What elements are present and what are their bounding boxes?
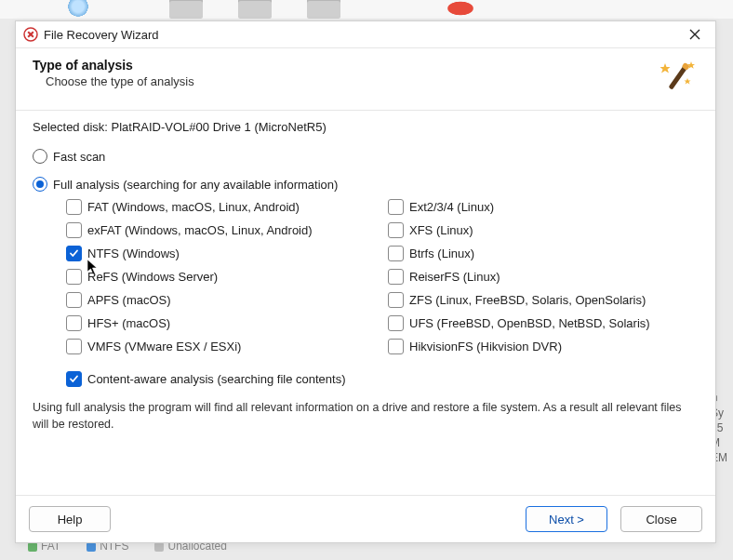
fs-checkbox-ntfs[interactable]: NTFS (Windows)	[66, 246, 358, 261]
checkbox-icon	[388, 199, 404, 215]
fs-checkbox-exfat[interactable]: exFAT (Windows, macOS, Linux, Android)	[66, 222, 358, 238]
fs-checkbox-refs[interactable]: ReFS (Windows Server)	[66, 269, 358, 285]
dialog-footer: Help Next > Close	[16, 496, 715, 542]
fs-checkbox-zfs[interactable]: ZFS (Linux, FreeBSD, Solaris, OpenSolari…	[388, 292, 680, 308]
checkbox-icon	[66, 339, 82, 354]
selected-disk-label: Selected disk: PlatRAID-VOL#00 Drive 1 (…	[33, 120, 699, 134]
fs-label: Ext2/3/4 (Linux)	[409, 200, 494, 214]
next-button[interactable]: Next >	[526, 506, 607, 532]
fs-checkbox-btrfs[interactable]: Btrfs (Linux)	[388, 246, 680, 261]
filesystem-grid: FAT (Windows, macOS, Linux, Android)Ext2…	[66, 199, 680, 354]
fs-label: ReFS (Windows Server)	[87, 270, 218, 284]
fast-scan-radio[interactable]: Fast scan	[33, 149, 699, 164]
background-drive-icon	[169, 0, 203, 19]
checkbox-icon	[388, 246, 404, 261]
svg-marker-5	[660, 63, 671, 73]
fs-checkbox-ufs[interactable]: UFS (FreeBSD, OpenBSD, NetBSD, Solaris)	[388, 315, 680, 331]
fs-checkbox-vmfs[interactable]: VMFS (VMware ESX / ESXi)	[66, 339, 358, 354]
checkbox-icon	[388, 339, 404, 354]
content-aware-label: Content-aware analysis (searching file c…	[87, 372, 345, 386]
fs-label: APFS (macOS)	[87, 293, 171, 307]
page-title: Type of analysis	[33, 58, 194, 73]
titlebar: File Recovery Wizard	[16, 21, 715, 48]
checkbox-icon	[388, 315, 404, 331]
close-dialog-button[interactable]: Close	[620, 506, 702, 532]
fs-checkbox-ext[interactable]: Ext2/3/4 (Linux)	[388, 199, 680, 215]
background-toolbar	[0, 0, 733, 19]
checkbox-icon	[388, 292, 404, 308]
fs-label: HikvisionFS (Hikvision DVR)	[409, 340, 562, 353]
fs-label: HFS+ (macOS)	[87, 316, 170, 330]
background-help-icon	[445, 0, 476, 17]
close-icon	[689, 29, 700, 40]
fs-checkbox-hfs[interactable]: HFS+ (macOS)	[66, 315, 358, 331]
fs-label: VMFS (VMware ESX / ESXi)	[87, 340, 241, 353]
fast-scan-label: Fast scan	[53, 150, 105, 164]
dialog-body: Selected disk: PlatRAID-VOL#00 Drive 1 (…	[16, 110, 715, 496]
fs-label: exFAT (Windows, macOS, Linux, Android)	[87, 223, 313, 237]
page-subtitle: Choose the type of analysis	[46, 74, 194, 88]
full-analysis-label: Full analysis (searching for any availab…	[53, 178, 338, 192]
fs-checkbox-xfs[interactable]: XFS (Linux)	[388, 222, 680, 238]
window-title: File Recovery Wizard	[44, 28, 680, 42]
checkbox-icon	[66, 246, 82, 261]
fs-checkbox-apfs[interactable]: APFS (macOS)	[66, 292, 358, 308]
fs-label: NTFS (Windows)	[87, 247, 180, 260]
background-drive-icon	[307, 0, 340, 19]
fs-label: FAT (Windows, macOS, Linux, Android)	[87, 200, 300, 214]
checkbox-icon	[66, 371, 82, 387]
fs-label: UFS (FreeBSD, OpenBSD, NetBSD, Solaris)	[409, 316, 650, 330]
checkbox-icon	[388, 269, 404, 285]
fs-label: ZFS (Linux, FreeBSD, Solaris, OpenSolari…	[409, 293, 646, 307]
radio-icon	[33, 177, 47, 192]
radio-icon	[33, 149, 47, 164]
close-button[interactable]	[680, 23, 710, 46]
wizard-wand-icon	[658, 58, 699, 99]
fs-checkbox-reiserfs[interactable]: ReiserFS (Linux)	[388, 269, 680, 285]
full-analysis-radio[interactable]: Full analysis (searching for any availab…	[33, 177, 699, 192]
fs-checkbox-fat[interactable]: FAT (Windows, macOS, Linux, Android)	[66, 199, 358, 215]
help-button[interactable]: Help	[29, 506, 111, 532]
checkbox-icon	[66, 199, 82, 215]
checkbox-icon	[66, 222, 82, 238]
fs-checkbox-hikvision[interactable]: HikvisionFS (Hikvision DVR)	[388, 339, 680, 354]
app-icon	[23, 27, 38, 42]
file-recovery-wizard-dialog: File Recovery Wizard Type of analysis Ch…	[15, 20, 716, 543]
content-aware-checkbox[interactable]: Content-aware analysis (searching file c…	[66, 371, 699, 387]
svg-marker-7	[685, 78, 691, 85]
checkbox-icon	[66, 292, 82, 308]
checkbox-icon	[388, 222, 404, 238]
info-text: Using full analysis the program will fin…	[33, 400, 699, 433]
fs-label: ReiserFS (Linux)	[409, 270, 500, 284]
fs-label: Btrfs (Linux)	[409, 247, 474, 260]
fs-label: XFS (Linux)	[409, 223, 473, 237]
dialog-header: Type of analysis Choose the type of anal…	[16, 48, 715, 110]
checkbox-icon	[66, 269, 82, 285]
checkbox-icon	[66, 315, 82, 331]
background-drive-icon	[238, 0, 272, 19]
